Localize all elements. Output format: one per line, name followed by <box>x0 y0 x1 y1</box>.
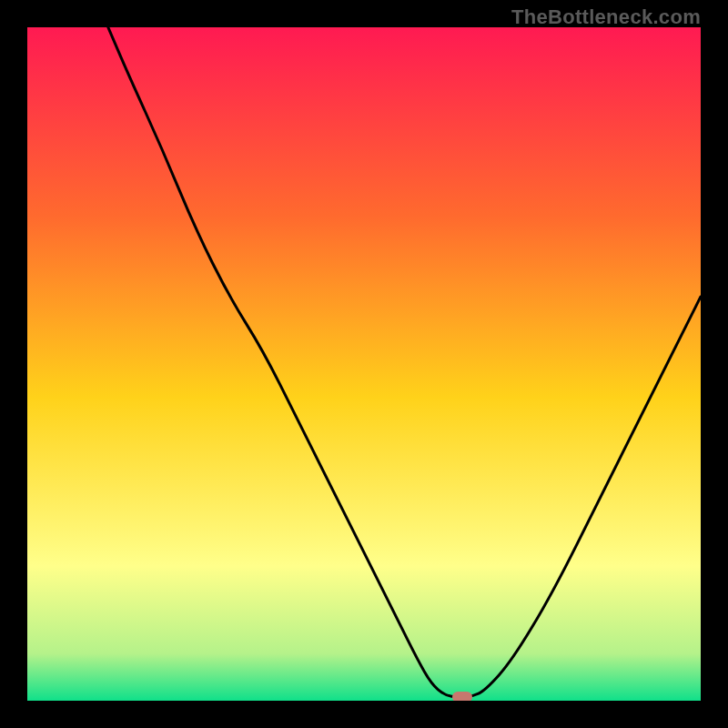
valley-marker <box>452 692 472 701</box>
watermark-text: TheBottleneck.com <box>511 5 701 29</box>
plot-area <box>27 27 701 701</box>
chart-frame: TheBottleneck.com <box>0 0 728 728</box>
bottleneck-curve <box>27 27 701 701</box>
